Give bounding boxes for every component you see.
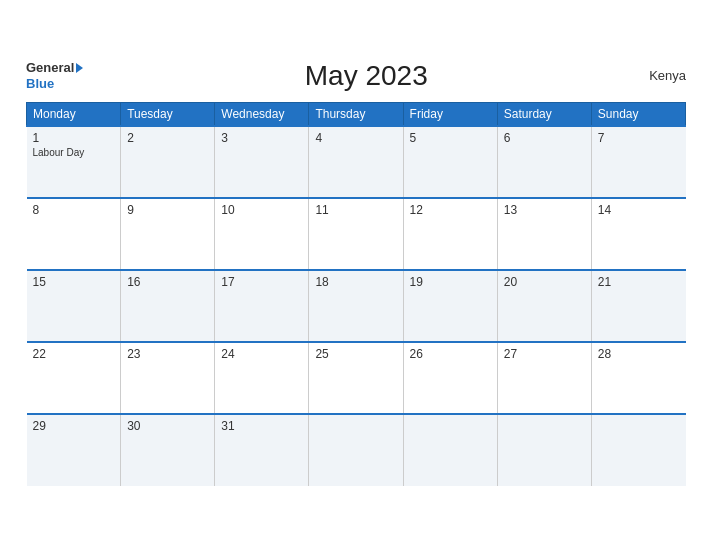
calendar-day-cell: 24: [215, 342, 309, 414]
calendar-day-cell: 29: [27, 414, 121, 486]
calendar-header: General Blue May 2023 Kenya: [26, 60, 686, 92]
calendar-week-row: 15161718192021: [27, 270, 686, 342]
calendar-container: General Blue May 2023 Kenya Monday Tuesd…: [11, 50, 701, 501]
header-friday: Friday: [403, 102, 497, 126]
day-number: 3: [221, 131, 302, 145]
calendar-table: Monday Tuesday Wednesday Thursday Friday…: [26, 102, 686, 486]
day-number: 26: [410, 347, 491, 361]
calendar-day-cell: 28: [591, 342, 685, 414]
day-number: 18: [315, 275, 396, 289]
calendar-day-cell: 12: [403, 198, 497, 270]
calendar-day-cell: 16: [121, 270, 215, 342]
calendar-day-cell: 27: [497, 342, 591, 414]
header-wednesday: Wednesday: [215, 102, 309, 126]
calendar-thead: Monday Tuesday Wednesday Thursday Friday…: [27, 102, 686, 126]
header-sunday: Sunday: [591, 102, 685, 126]
day-number: 9: [127, 203, 208, 217]
calendar-title: May 2023: [83, 60, 649, 92]
event-label: Labour Day: [33, 147, 115, 158]
day-number: 17: [221, 275, 302, 289]
calendar-day-cell: 18: [309, 270, 403, 342]
header-thursday: Thursday: [309, 102, 403, 126]
day-number: 30: [127, 419, 208, 433]
day-number: 24: [221, 347, 302, 361]
day-number: 14: [598, 203, 680, 217]
day-number: 27: [504, 347, 585, 361]
calendar-day-cell: [403, 414, 497, 486]
calendar-day-cell: 25: [309, 342, 403, 414]
day-number: 19: [410, 275, 491, 289]
calendar-body: 1Labour Day23456789101112131415161718192…: [27, 126, 686, 486]
calendar-day-cell: 19: [403, 270, 497, 342]
day-number: 13: [504, 203, 585, 217]
calendar-week-row: 891011121314: [27, 198, 686, 270]
day-number: 20: [504, 275, 585, 289]
day-number: 5: [410, 131, 491, 145]
day-number: 4: [315, 131, 396, 145]
calendar-day-cell: 21: [591, 270, 685, 342]
day-number: 7: [598, 131, 680, 145]
calendar-day-cell: [497, 414, 591, 486]
logo-general-text: General: [26, 60, 74, 76]
calendar-day-cell: 2: [121, 126, 215, 198]
calendar-day-cell: 7: [591, 126, 685, 198]
day-number: 2: [127, 131, 208, 145]
calendar-day-cell: 3: [215, 126, 309, 198]
calendar-day-cell: 20: [497, 270, 591, 342]
logo-blue-text: Blue: [26, 76, 54, 91]
calendar-day-cell: [591, 414, 685, 486]
day-number: 28: [598, 347, 680, 361]
day-number: 8: [33, 203, 115, 217]
header-tuesday: Tuesday: [121, 102, 215, 126]
calendar-day-cell: 31: [215, 414, 309, 486]
day-number: 21: [598, 275, 680, 289]
calendar-day-cell: 8: [27, 198, 121, 270]
weekday-header-row: Monday Tuesday Wednesday Thursday Friday…: [27, 102, 686, 126]
day-number: 31: [221, 419, 302, 433]
day-number: 12: [410, 203, 491, 217]
day-number: 16: [127, 275, 208, 289]
calendar-day-cell: [309, 414, 403, 486]
country-label: Kenya: [649, 68, 686, 83]
calendar-day-cell: 5: [403, 126, 497, 198]
calendar-day-cell: 6: [497, 126, 591, 198]
calendar-day-cell: 4: [309, 126, 403, 198]
logo-triangle-icon: [76, 63, 83, 73]
day-number: 11: [315, 203, 396, 217]
day-number: 25: [315, 347, 396, 361]
calendar-day-cell: 13: [497, 198, 591, 270]
day-number: 23: [127, 347, 208, 361]
calendar-day-cell: 15: [27, 270, 121, 342]
day-number: 10: [221, 203, 302, 217]
header-monday: Monday: [27, 102, 121, 126]
header-saturday: Saturday: [497, 102, 591, 126]
calendar-week-row: 293031: [27, 414, 686, 486]
logo: General Blue: [26, 60, 83, 91]
calendar-day-cell: 26: [403, 342, 497, 414]
calendar-day-cell: 9: [121, 198, 215, 270]
calendar-day-cell: 14: [591, 198, 685, 270]
day-number: 15: [33, 275, 115, 289]
day-number: 6: [504, 131, 585, 145]
day-number: 22: [33, 347, 115, 361]
calendar-week-row: 22232425262728: [27, 342, 686, 414]
calendar-day-cell: 30: [121, 414, 215, 486]
day-number: 1: [33, 131, 115, 145]
calendar-day-cell: 1Labour Day: [27, 126, 121, 198]
calendar-day-cell: 11: [309, 198, 403, 270]
calendar-day-cell: 10: [215, 198, 309, 270]
day-number: 29: [33, 419, 115, 433]
calendar-day-cell: 22: [27, 342, 121, 414]
calendar-day-cell: 17: [215, 270, 309, 342]
calendar-day-cell: 23: [121, 342, 215, 414]
calendar-week-row: 1Labour Day234567: [27, 126, 686, 198]
